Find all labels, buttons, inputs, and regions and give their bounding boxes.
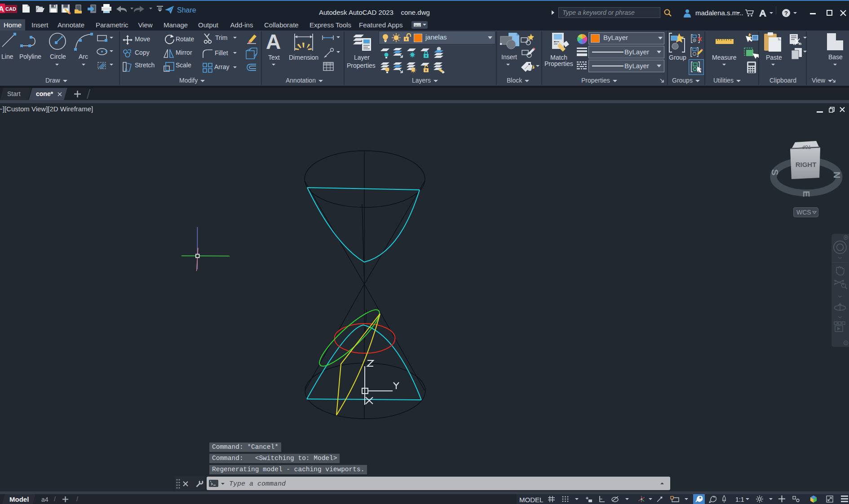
svg-text:TOP: TOP bbox=[801, 145, 811, 149]
svg-text:E: E bbox=[801, 191, 812, 197]
svg-text:S: S bbox=[770, 169, 780, 175]
svg-text:A: A bbox=[0, 5, 4, 13]
svg-text:CAD: CAD bbox=[5, 6, 16, 12]
svg-text:N: N bbox=[831, 171, 842, 178]
svg-text:?: ? bbox=[784, 10, 788, 17]
svg-text:RIGHT: RIGHT bbox=[796, 161, 817, 168]
